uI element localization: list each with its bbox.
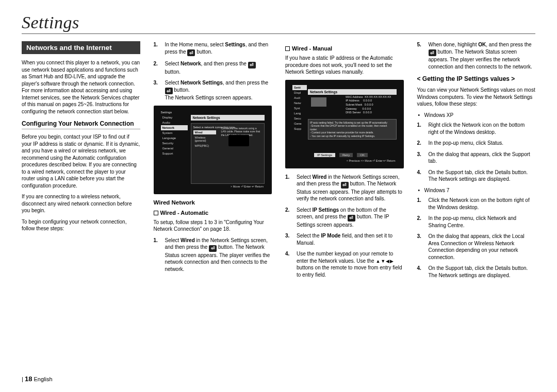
xp-step-3: On the dialog that appears, click the Su… — [417, 151, 536, 165]
manual-steps: Select Wired in the Network Settings scr… — [285, 174, 404, 279]
enter-icon: ⏎ — [348, 215, 355, 221]
manual-step-1: Select Wired in the Network Settings scr… — [285, 174, 404, 202]
page-title: Settings — [22, 13, 535, 34]
w7-step-1: Click the Network icon on the bottom rig… — [417, 197, 536, 211]
page-footer: | 18 English — [22, 375, 53, 383]
content-columns: Networks and the Internet When you conne… — [22, 41, 535, 283]
column-2: In the Home menu, select Settings, and t… — [154, 41, 272, 283]
auto-steps: Select Wired in the Network Settings scr… — [154, 237, 272, 273]
screenshot-main: Select a network connection type. Wired … — [191, 123, 265, 184]
step-3: Select Network Settings, and then press … — [154, 79, 272, 101]
manual-step-2: Select IP Settings on the bottom of the … — [285, 207, 404, 229]
column-4: When done, highlight OK, and then press … — [417, 41, 536, 283]
enter-icon: ⏎ — [429, 49, 436, 56]
getting-ip-head: < Getting the IP Settings values > — [417, 75, 536, 82]
step-2: Select Network, and then press the ⏎ but… — [154, 60, 272, 75]
getting-ip-desc: You can view your Network Settings value… — [417, 87, 536, 108]
config-p2: If you are connecting to a wireless netw… — [22, 193, 140, 214]
arrow-icons: ▲▼◀▶ — [375, 259, 394, 264]
w7-step-2: In the pop-up menu, click Network and Sh… — [417, 215, 536, 229]
screenshot-sidebar: Display Audio Network System Language Se… — [161, 115, 188, 184]
xp-step-1: Right click the Network icon on the bott… — [417, 122, 536, 135]
enter-icon: ⏎ — [187, 49, 195, 56]
enter-icon: ⏎ — [165, 88, 173, 94]
enter-icon: ⏎ — [209, 245, 217, 252]
screenshot-network-status: Setti Displ Audi Netw Syst Lang Secu Gen… — [285, 80, 404, 168]
bullet-xp: Windows XP — [417, 112, 536, 119]
manual-step-5: When done, highlight OK, and then press … — [417, 41, 536, 70]
wired-network-head: Wired Network — [154, 199, 272, 206]
enter-icon: ⏎ — [248, 62, 256, 69]
screenshot-network-settings: Settings Network Settings Display Audio … — [154, 106, 272, 194]
intro-text: When you connect this player to a networ… — [22, 59, 140, 115]
manual-steps-cont: When done, highlight OK, and then press … — [417, 41, 536, 70]
auto-desc: To setup, follow steps 1 to 3 in "Config… — [154, 219, 272, 233]
manual-step-4: Use the number keypad on your remote to … — [285, 250, 404, 278]
w7-step-4: On the Support tab, click the Details bu… — [417, 265, 536, 279]
page-number: 18 — [25, 375, 32, 383]
step-1: In the Home menu, select Settings, and t… — [154, 41, 272, 56]
screenshot-info: MAC Address XX:XX:XX:XX:XX:XX IP Address… — [346, 95, 391, 115]
xp-step-4: On the Support tab, click the Details bu… — [417, 169, 536, 183]
column-3: Wired - Manual If you have a static IP a… — [285, 41, 404, 283]
bullet-w7: Windows 7 — [417, 187, 536, 194]
w7-step-3: On the dialog that appears, click the Lo… — [417, 233, 536, 261]
w7-steps: Click the Network icon on the bottom rig… — [417, 197, 536, 279]
wired-auto-head: Wired - Automatic — [154, 210, 272, 216]
wired-manual-head: Wired - Manual — [285, 45, 404, 52]
xp-steps: Right click the Network icon on the bott… — [417, 122, 536, 183]
config-p3: To begin configuring your network connec… — [22, 218, 140, 232]
enter-icon: ⏎ — [341, 182, 349, 189]
home-steps-list: In the Home menu, select Settings, and t… — [154, 41, 272, 101]
section-banner: Networks and the Internet — [22, 41, 140, 54]
xp-step-2: In the pop-up menu, click Status. — [417, 140, 536, 147]
manual-desc: If you have a static IP address or the A… — [285, 55, 404, 76]
page-language: English — [34, 376, 52, 382]
manual-step-3: Select the IP Mode field, and then set i… — [285, 232, 404, 246]
config-p1: Before you begin, contact your ISP to fi… — [22, 133, 140, 189]
subhead-configuring: Configuring Your Network Connection — [22, 120, 140, 129]
column-1: Networks and the Internet When you conne… — [22, 41, 140, 283]
auto-step-1: Select Wired in the Network Settings scr… — [154, 237, 272, 273]
